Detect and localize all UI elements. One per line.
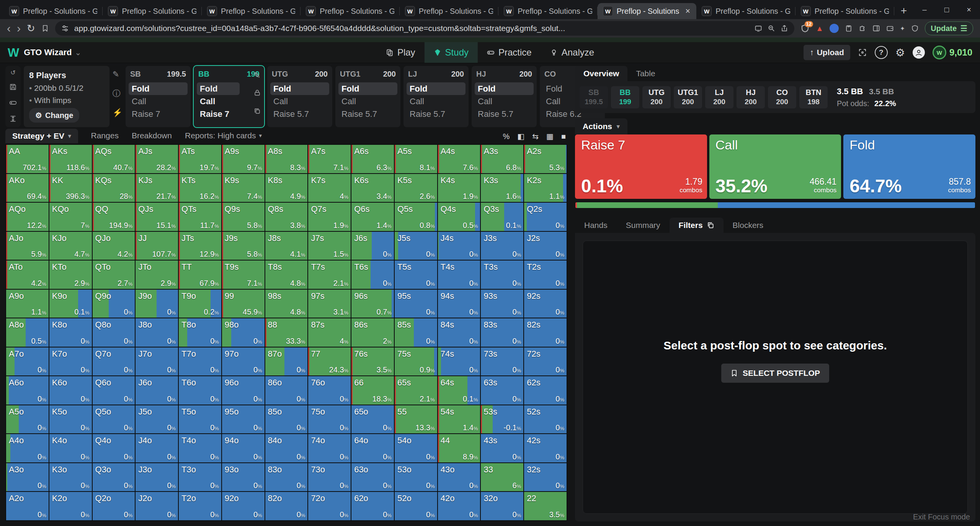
matrix-cell-97s[interactable]: 97s3.1% xyxy=(308,290,351,318)
seat-chip-hj[interactable]: HJ200 xyxy=(737,86,765,108)
tab-strategy-ev[interactable]: Strategy + EV ▾ xyxy=(5,129,78,143)
matrix-cell-A7o[interactable]: A7o0% xyxy=(6,347,49,376)
matrix-cell-T6o[interactable]: T6o0% xyxy=(179,376,221,405)
matrix-cell-94s[interactable]: 94s0% xyxy=(438,290,480,318)
matrix-cell-86s[interactable]: 86s2% xyxy=(351,318,394,347)
matrix-cell-AQs[interactable]: AQs40.7% xyxy=(93,145,135,173)
matrix-cell-A9s[interactable]: A9s9.7% xyxy=(222,145,265,173)
history-icon[interactable]: ↺ xyxy=(10,69,15,76)
wallet-icon[interactable] xyxy=(886,25,894,32)
matrix-cell-88[interactable]: 8833.3% xyxy=(265,318,308,347)
percent-display-icon[interactable]: % xyxy=(503,132,510,141)
action-raise[interactable]: Raise 5.7 xyxy=(270,108,329,120)
matrix-cell-92o[interactable]: 92o0% xyxy=(222,492,265,520)
swap-view-icon[interactable]: ⇆ xyxy=(532,132,539,141)
matrix-cell-A4s[interactable]: A4s7.6% xyxy=(438,145,480,173)
edit-pencil-icon[interactable]: ✎ xyxy=(253,70,261,80)
matrix-cell-83s[interactable]: 83s0% xyxy=(481,318,523,347)
matrix-cell-K5s[interactable]: K5s2.6% xyxy=(395,174,437,202)
extensions-puzzle-icon[interactable] xyxy=(859,25,866,32)
grid-view-icon[interactable]: ▦ xyxy=(546,132,554,141)
action-raise[interactable]: Raise 5.7 xyxy=(338,108,397,120)
matrix-cell-J2o[interactable]: J2o0% xyxy=(136,492,178,520)
maximize-button[interactable]: □ xyxy=(936,0,958,19)
tab-filters[interactable]: Filters xyxy=(670,218,724,233)
matrix-cell-JJ[interactable]: JJ107.7% xyxy=(136,232,178,260)
matrix-cell-T4s[interactable]: T4s0% xyxy=(438,261,480,289)
matrix-cell-K7s[interactable]: K7s4% xyxy=(308,174,351,202)
matrix-cell-J2s[interactable]: J2s0% xyxy=(524,232,567,260)
matrix-cell-54s[interactable]: 54s1.4% xyxy=(438,405,480,434)
tab-summary[interactable]: Summary xyxy=(617,218,670,233)
tab-breakdown[interactable]: Breakdown xyxy=(132,131,172,143)
browser-tab[interactable]: WPreflop - Solutions - GT× xyxy=(598,3,696,19)
profile-avatar-icon[interactable] xyxy=(830,24,839,33)
matrix-cell-75o[interactable]: 75o0% xyxy=(308,405,351,434)
nav-analyze[interactable]: Analyze xyxy=(541,42,603,63)
matrix-cell-72o[interactable]: 72o0% xyxy=(308,492,351,520)
matrix-cell-73o[interactable]: 73o0% xyxy=(308,463,351,492)
nav-play[interactable]: Play xyxy=(377,42,425,63)
matrix-cell-QQ[interactable]: QQ194.9% xyxy=(93,203,135,231)
matrix-cell-Q2s[interactable]: Q2s0% xyxy=(524,203,567,231)
matrix-cell-43o[interactable]: 43o0% xyxy=(438,463,480,492)
warning-triangle-icon[interactable]: ▲ xyxy=(816,24,823,33)
practice-spot-icon[interactable] xyxy=(9,99,17,108)
coins-balance[interactable]: W 9,010 xyxy=(933,46,972,59)
position-panel-utg1[interactable]: UTG1200FoldCallRaise 5.7 xyxy=(335,66,400,127)
matrix-cell-63o[interactable]: 63o0% xyxy=(351,463,394,492)
matrix-cell-55[interactable]: 5513.3% xyxy=(395,405,437,434)
matrix-cell-A5s[interactable]: A5s8.1% xyxy=(395,145,437,173)
matrix-cell-AKs[interactable]: AKs118.6% xyxy=(49,145,92,173)
action-call[interactable]: Call xyxy=(338,95,397,108)
matrix-cell-KQo[interactable]: KQo7% xyxy=(49,203,92,231)
matrix-cell-Q7o[interactable]: Q7o0% xyxy=(93,347,135,376)
matrix-cell-99[interactable]: 9945.9% xyxy=(222,290,265,318)
matrix-cell-85s[interactable]: 85s0% xyxy=(395,318,437,347)
sparkle-icon[interactable]: ✦ xyxy=(900,25,905,32)
url-bar[interactable]: app.gtowizard.com/solutions?custree_id=0… xyxy=(55,21,794,36)
matrix-cell-72s[interactable]: 72s0% xyxy=(524,347,567,376)
matrix-cell-86o[interactable]: 86o0% xyxy=(265,376,308,405)
matrix-cell-Q6s[interactable]: Q6s1.4% xyxy=(351,203,394,231)
reload-icon[interactable]: ↻ xyxy=(27,23,35,34)
matrix-cell-87s[interactable]: 87s4% xyxy=(308,318,351,347)
matrix-cell-K8s[interactable]: K8s4.9% xyxy=(265,174,308,202)
solid-view-icon[interactable]: ■ xyxy=(561,132,566,141)
matrix-cell-J6s[interactable]: J6s0% xyxy=(351,232,394,260)
stack-depth-icon[interactable] xyxy=(9,115,17,124)
position-panel-lj[interactable]: LJ200FoldCallRaise 5.7 xyxy=(403,66,469,127)
nav-practice[interactable]: Practice xyxy=(478,42,541,63)
action-fold[interactable]: Fold xyxy=(129,82,188,95)
matrix-cell-A6o[interactable]: A6o0% xyxy=(6,376,49,405)
matrix-cell-AKo[interactable]: AKo69.4% xyxy=(6,174,49,202)
matrix-cell-AJo[interactable]: AJo5.9% xyxy=(6,232,49,260)
action-call[interactable]: Call xyxy=(475,95,534,108)
lightning-icon[interactable]: ⚡ xyxy=(113,108,122,117)
matrix-cell-ATo[interactable]: ATo4.2% xyxy=(6,261,49,289)
matrix-cell-A9o[interactable]: A9o1.1% xyxy=(6,290,49,318)
matrix-cell-84s[interactable]: 84s0% xyxy=(438,318,480,347)
matrix-cell-T7s[interactable]: T7s2.1% xyxy=(308,261,351,289)
matrix-cell-92s[interactable]: 92s0% xyxy=(524,290,567,318)
matrix-cell-A2o[interactable]: A2o0% xyxy=(6,492,49,520)
upload-button[interactable]: ↑ Upload xyxy=(804,45,850,60)
matrix-cell-K6s[interactable]: K6s3.4% xyxy=(351,174,394,202)
url-text[interactable]: app.gtowizard.com/solutions?custree_id=0… xyxy=(74,24,749,33)
matrix-cell-T7o[interactable]: T7o0% xyxy=(179,347,221,376)
matrix-cell-53s[interactable]: 53s-0.1% xyxy=(481,405,523,434)
action-fold[interactable]: Fold xyxy=(475,82,534,95)
update-button[interactable]: Update ☰ xyxy=(925,21,973,35)
matrix-cell-QJs[interactable]: QJs15.1% xyxy=(136,203,178,231)
copy-range-icon[interactable] xyxy=(253,107,261,117)
matrix-cell-K2o[interactable]: K2o0% xyxy=(49,492,92,520)
matrix-cell-53o[interactable]: 53o0% xyxy=(395,463,437,492)
cast-icon[interactable] xyxy=(755,25,762,32)
tab-close-icon[interactable]: × xyxy=(684,6,691,16)
matrix-cell-65o[interactable]: 65o0% xyxy=(351,405,394,434)
position-panel-utg[interactable]: UTG200FoldCallRaise 5.7 xyxy=(267,66,332,127)
matrix-cell-AJs[interactable]: AJs28.2% xyxy=(136,145,178,173)
change-button[interactable]: ⚙ Change xyxy=(29,108,79,123)
matrix-cell-83o[interactable]: 83o0% xyxy=(265,463,308,492)
matrix-cell-A6s[interactable]: A6s6.3% xyxy=(351,145,394,173)
